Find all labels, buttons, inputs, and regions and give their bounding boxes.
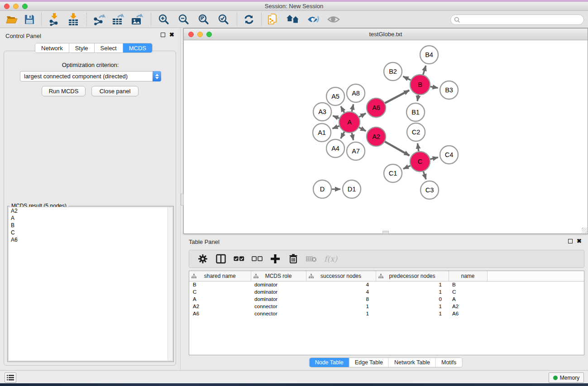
close-panel-icon[interactable]: ✖	[169, 32, 174, 38]
export-image-icon[interactable]	[130, 13, 144, 26]
zoom-in-icon[interactable]	[157, 13, 171, 26]
main-toolbar	[0, 11, 588, 28]
graph-edge-A-A1[interactable]	[332, 126, 339, 129]
close-network-button[interactable]	[188, 32, 194, 37]
tab-style[interactable]: Style	[69, 43, 95, 52]
memory-button[interactable]: Memory	[549, 372, 584, 383]
graph-edge-B-B4[interactable]	[423, 66, 426, 75]
float-panel-icon[interactable]	[161, 33, 165, 37]
minimize-network-button[interactable]	[197, 32, 203, 37]
network-from-file-icon[interactable]	[266, 13, 281, 26]
table-row[interactable]: A6connector11A6	[189, 310, 584, 317]
tab-node-table[interactable]: Node Table	[310, 358, 349, 367]
tab-motifs[interactable]: Motifs	[436, 358, 462, 367]
mcds-result-list[interactable]: A2ABCA6	[8, 207, 173, 361]
import-network-icon[interactable]	[47, 13, 62, 26]
close-panel-icon[interactable]: ✖	[577, 238, 582, 244]
table-row[interactable]: Adominator80A	[189, 295, 584, 303]
tab-mcds[interactable]: MCDS	[123, 43, 152, 52]
graph-edge-A-A6[interactable]	[359, 113, 366, 117]
graph-edge-A2-C[interactable]	[385, 142, 409, 156]
graph-edge-A-A5[interactable]	[341, 106, 344, 113]
search-box[interactable]	[450, 14, 584, 25]
graph-edge-A-A4[interactable]	[341, 132, 344, 138]
zoom-window-button[interactable]	[22, 4, 28, 9]
tab-network[interactable]: Network	[35, 43, 69, 52]
graph-edge-B-B2[interactable]	[403, 76, 411, 80]
column-header-successor-nodes[interactable]: successor nodes	[306, 271, 376, 281]
function-builder-icon[interactable]: f(x)	[324, 254, 337, 263]
column-header-name[interactable]: name	[449, 271, 487, 281]
mcds-result-item[interactable]: B	[9, 222, 172, 229]
zoom-selected-icon[interactable]	[216, 13, 231, 26]
column-header-shared-name[interactable]: shared name	[189, 271, 251, 281]
gear-icon[interactable]	[197, 253, 208, 265]
node-table[interactable]: shared nameMCDS rolesuccessor nodesprede…	[189, 271, 584, 355]
run-mcds-button[interactable]: Run MCDS	[42, 86, 86, 96]
graph-edge-C-C1[interactable]	[403, 166, 411, 169]
minimize-window-button[interactable]	[13, 4, 19, 9]
zoom-fit-icon[interactable]	[196, 13, 211, 26]
window-title: Session: New Session	[0, 2, 588, 11]
graph-node-label: A1	[318, 129, 326, 136]
tab-select[interactable]: Select	[95, 43, 123, 52]
graph-edge-A-A3[interactable]	[333, 116, 339, 118]
mcds-result-item[interactable]: A2	[9, 207, 172, 214]
tab-network-table[interactable]: Network Table	[389, 358, 436, 367]
mcds-result-item[interactable]: A6	[9, 236, 172, 243]
tab-edge-table[interactable]: Edge Table	[349, 358, 389, 367]
float-panel-icon[interactable]	[568, 239, 573, 243]
table-row[interactable]: Cdominator41C	[189, 288, 584, 295]
add-column-icon[interactable]	[270, 253, 281, 265]
graph-edge-A-A2[interactable]	[359, 127, 366, 131]
zoom-out-icon[interactable]	[177, 13, 191, 26]
mcds-result-item[interactable]: C	[9, 229, 172, 236]
graph-edge-A-A7[interactable]	[352, 133, 354, 140]
graph-edge-C-C2[interactable]	[417, 143, 418, 151]
show-detail-icon[interactable]	[326, 13, 341, 26]
open-folder-icon[interactable]	[5, 13, 19, 26]
refresh-icon[interactable]	[242, 13, 256, 26]
graph-edge-C-C4[interactable]	[430, 157, 438, 159]
split-collapse-handle[interactable]	[382, 231, 389, 234]
optimization-criterion-dropdown[interactable]: largest connected component (directed)	[20, 71, 161, 81]
graph-edge-C-C3[interactable]	[423, 172, 426, 179]
close-window-button[interactable]	[4, 4, 10, 9]
table-panel: Table Panel ✖	[183, 236, 588, 370]
graph-edge-A6-B[interactable]	[385, 91, 409, 103]
result-scrollbar[interactable]	[167, 207, 172, 361]
graph-edge-B-B1[interactable]	[417, 95, 418, 101]
resize-grip-icon[interactable]	[582, 228, 587, 233]
mcds-result-box: MCDS result (5 nodes) A2ABCA6	[7, 206, 174, 362]
zoom-network-button[interactable]	[206, 32, 212, 37]
close-panel-button[interactable]: Close panel	[91, 86, 139, 96]
hide-detail-icon[interactable]	[306, 13, 320, 26]
column-header-predecessor-nodes[interactable]: predecessor nodes	[376, 271, 449, 281]
search-input[interactable]	[460, 15, 583, 24]
task-history-button[interactable]	[5, 372, 16, 383]
split-collapse-handle[interactable]	[181, 194, 184, 205]
delete-table-icon[interactable]	[306, 253, 317, 265]
graph-node-label: A2	[372, 133, 380, 140]
mcds-result-item[interactable]: A	[9, 214, 172, 222]
import-table-icon[interactable]	[66, 13, 81, 26]
export-table-icon[interactable]	[111, 13, 125, 26]
memory-label: Memory	[560, 375, 579, 381]
column-view-icon[interactable]	[215, 253, 226, 265]
home-icon[interactable]	[286, 13, 300, 26]
export-network-icon[interactable]	[92, 13, 106, 26]
graph-edge-B-B3[interactable]	[430, 86, 438, 88]
network-canvas[interactable]: B4B2BB3A8A5A6A3B1AC2A1A2A4A7C4CC1DD1C3	[184, 40, 588, 234]
save-icon[interactable]	[22, 13, 37, 26]
table-row[interactable]: A2connector11A2	[189, 303, 584, 310]
network-graph[interactable]: B4B2BB3A8A5A6A3B1AC2A1A2A4A7C4CC1DD1C3	[184, 40, 588, 234]
network-window-titlebar[interactable]: testGlobe.txt	[184, 29, 588, 40]
toolbar-separator	[261, 13, 262, 26]
graph-edge-A-A8[interactable]	[352, 104, 354, 111]
deselect-all-icon[interactable]	[252, 253, 263, 265]
table-row[interactable]: Bdominator41B	[189, 281, 584, 288]
select-all-icon[interactable]	[234, 253, 244, 265]
column-header-MCDS-role[interactable]: MCDS role	[251, 271, 306, 281]
graph-node-label: B1	[411, 109, 420, 116]
delete-column-icon[interactable]	[288, 253, 299, 265]
